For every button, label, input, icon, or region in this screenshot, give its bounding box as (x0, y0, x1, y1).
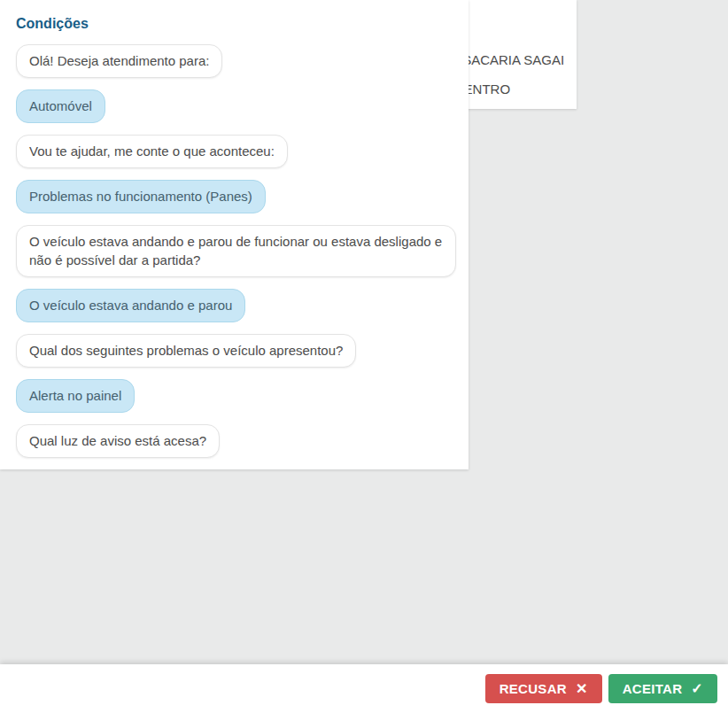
user-bubble: Automóvel (16, 89, 105, 123)
chat-message: Problemas no funcionamento (Panes) (16, 180, 456, 213)
check-icon: ✓ (691, 680, 703, 697)
conditions-card: Condições Olá! Deseja atendimento para: … (0, 0, 469, 469)
user-bubble: Alerta no painel (16, 379, 135, 413)
conditions-title: Condições (16, 16, 456, 32)
user-bubble: O veículo estava andando e parou (16, 289, 245, 322)
chat-message: Alerta no painel (16, 379, 456, 413)
chat-message: Qual dos seguintes problemas o veículo a… (16, 334, 456, 368)
chat-message: O veículo estava andando e parou de func… (16, 225, 456, 277)
chat-message: Automóvel (16, 89, 456, 123)
action-bar: RECUSAR ✕ ACEITAR ✓ (0, 664, 728, 713)
reject-button[interactable]: RECUSAR ✕ (485, 674, 602, 703)
bot-bubble: Qual luz de aviso está acesa? (16, 424, 220, 458)
chat-transcript: Olá! Deseja atendimento para: Automóvel … (16, 44, 456, 458)
chat-message: O veículo estava andando e parou (16, 289, 456, 322)
bot-bubble: O veículo estava andando e parou de func… (16, 225, 456, 277)
chat-message: Olá! Deseja atendimento para: (16, 44, 456, 78)
chat-message: Qual luz de aviso está acesa? (16, 424, 456, 458)
bot-bubble: Vou te ajudar, me conte o que aconteceu: (16, 135, 288, 168)
bot-bubble: Olá! Deseja atendimento para: (16, 44, 222, 78)
accept-button[interactable]: ACEITAR ✓ (608, 674, 717, 703)
bot-bubble: Qual dos seguintes problemas o veículo a… (16, 334, 356, 368)
chat-message: Vou te ajudar, me conte o que aconteceu: (16, 135, 456, 168)
x-icon: ✕ (576, 680, 588, 697)
user-bubble: Problemas no funcionamento (Panes) (16, 180, 266, 213)
